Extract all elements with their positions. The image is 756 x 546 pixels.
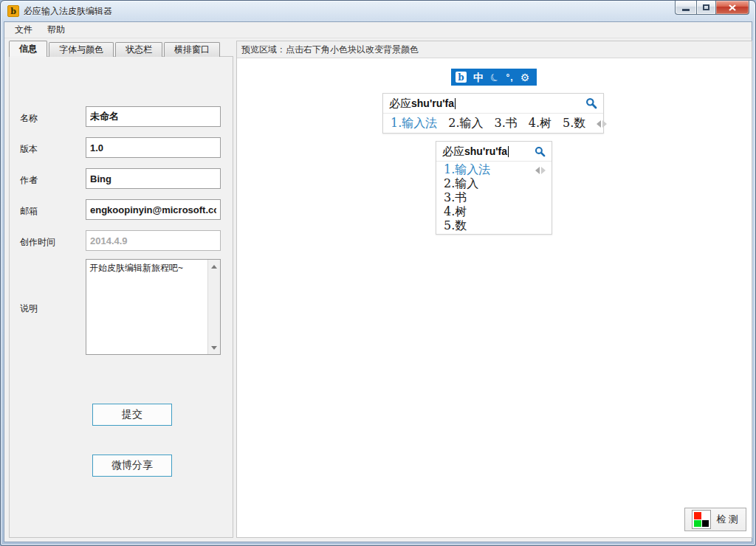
app-icon: b (7, 5, 19, 17)
tab-horizontal-window[interactable]: 横排窗口 (164, 42, 220, 57)
settings-gear-icon[interactable]: ⚙ (520, 72, 530, 83)
next-page-icon[interactable] (541, 167, 546, 174)
tab-strip: 信息 字体与颜色 状态栏 横排窗口 (9, 41, 221, 57)
title-bar[interactable]: b 必应输入法皮肤编辑器 (1, 1, 755, 21)
close-button[interactable] (716, 1, 749, 15)
prev-page-icon[interactable] (597, 120, 601, 128)
tab-page-info: 名称 版本 作者 邮箱 创作时间 说明 开始皮肤编辑新旅程吧~ 提交 微博分享 (9, 56, 233, 538)
scroll-up-icon (211, 265, 217, 269)
composition-hanzi: 必应 (442, 145, 464, 159)
chinese-english-toggle-icon[interactable]: 中 (473, 72, 484, 83)
full-half-shape-moon-icon[interactable]: ☾ (488, 70, 501, 83)
composition-row: 必应shu'ru'fa (383, 94, 603, 114)
preview-panel: 预览区域：点击右下角小色块以改变背景颜色 b 中 ☾ °, ⚙ 必应shu'ru… (236, 41, 752, 538)
email-field[interactable] (86, 199, 221, 220)
candidate-2[interactable]: 2.输入 (444, 176, 478, 192)
minimize-button[interactable] (675, 1, 696, 15)
candidate-3[interactable]: 3.书 (444, 190, 467, 206)
bing-logo-icon[interactable]: b (456, 72, 467, 83)
menu-file[interactable]: 文件 (13, 22, 35, 38)
window-title: 必应输入法皮肤编辑器 (24, 5, 112, 18)
next-page-icon[interactable] (602, 120, 607, 128)
composition-pinyin: shu'ru'fa (464, 145, 507, 157)
scroll-down-button[interactable] (208, 342, 220, 353)
scroll-down-icon (211, 346, 217, 350)
author-label: 作者 (20, 174, 38, 187)
minimize-icon (682, 9, 690, 11)
candidate-5[interactable]: 5.数 (563, 116, 585, 131)
app-window: b 必应输入法皮肤编辑器 文件 帮助 信息 字体与颜色 状态栏 横排窗口 名称 (0, 0, 756, 546)
detect-button[interactable]: 检 测 (684, 508, 746, 531)
candidate-2[interactable]: 2.输入 (448, 116, 483, 131)
tab-font-color[interactable]: 字体与颜色 (49, 42, 114, 57)
maximize-icon (703, 4, 709, 10)
text-caret (455, 98, 456, 109)
candidate-1[interactable]: 1.输入法 (444, 162, 490, 178)
horizontal-candidate-window: 必应shu'ru'fa 1.输入法 2.输入 3.书 4.树 5.数 (382, 93, 604, 134)
page-arrows (597, 120, 607, 128)
description-box: 开始皮肤编辑新旅程吧~ (86, 259, 221, 355)
client-area: 文件 帮助 信息 字体与颜色 状态栏 横排窗口 名称 版本 作者 邮箱 创作时间… (4, 21, 752, 542)
close-icon (729, 4, 736, 11)
description-label: 说明 (20, 303, 38, 315)
candidate-1[interactable]: 1.输入法 (391, 116, 437, 131)
prev-page-icon[interactable] (535, 167, 540, 174)
vertical-candidate-window: 必应shu'ru'fa 1.输入法 (436, 141, 552, 235)
preview-header: 预览区域：点击右下角小色块以改变背景颜色 (237, 41, 752, 58)
created-field (86, 230, 221, 251)
version-label: 版本 (20, 143, 38, 156)
email-label: 邮箱 (20, 205, 38, 218)
menu-help[interactable]: 帮助 (45, 22, 67, 38)
candidate-4[interactable]: 4.树 (529, 116, 551, 131)
description-scrollbar[interactable] (207, 260, 220, 354)
author-field[interactable] (86, 168, 221, 189)
background-color-swatch-icon[interactable] (693, 511, 710, 528)
search-icon[interactable] (585, 97, 597, 109)
menu-bar: 文件 帮助 (4, 22, 752, 38)
candidate-4[interactable]: 4.树 (444, 204, 467, 220)
composition-hanzi: 必应 (389, 97, 411, 111)
tab-status-bar[interactable]: 状态栏 (115, 42, 162, 57)
window-controls (675, 1, 749, 15)
name-field[interactable] (86, 106, 221, 127)
detect-button-label: 检 测 (716, 513, 738, 526)
submit-button[interactable]: 提交 (92, 404, 172, 426)
maximize-button[interactable] (696, 1, 716, 15)
candidate-5[interactable]: 5.数 (444, 218, 467, 234)
weibo-share-button[interactable]: 微博分享 (92, 455, 172, 477)
punctuation-toggle-icon[interactable]: °, (506, 73, 514, 82)
candidate-row: 1.输入法 2.输入 3.书 4.树 5.数 (383, 114, 603, 134)
ime-toolbar: b 中 ☾ °, ⚙ (451, 69, 537, 86)
candidate-3[interactable]: 3.书 (495, 116, 518, 131)
name-label: 名称 (20, 112, 38, 125)
text-caret (508, 146, 509, 157)
description-field[interactable]: 开始皮肤编辑新旅程吧~ (86, 260, 207, 354)
candidate-list: 1.输入法 2.输入 3.书 4.树 5.数 (436, 162, 551, 233)
tab-info[interactable]: 信息 (9, 41, 47, 57)
composition-pinyin: shu'ru'fa (411, 97, 454, 109)
created-label: 创作时间 (20, 236, 55, 249)
scroll-up-button[interactable] (208, 260, 220, 272)
composition-row: 必应shu'ru'fa (436, 142, 551, 162)
search-icon[interactable] (535, 146, 546, 157)
page-arrows (535, 167, 546, 174)
version-field[interactable] (86, 137, 221, 158)
